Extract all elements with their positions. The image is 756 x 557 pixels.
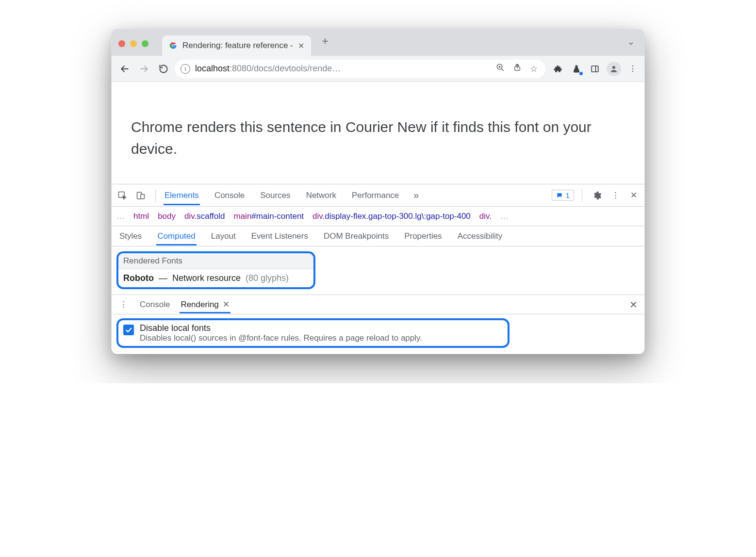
breadcrumb-item[interactable]: div.: [479, 212, 492, 221]
browser-window: Rendering: feature reference - ✕ ＋ ⌄ i l…: [111, 29, 645, 354]
zoom-icon[interactable]: [494, 63, 507, 74]
subtab-dom-breakpoints[interactable]: DOM Breakpoints: [323, 227, 390, 246]
settings-gear-icon[interactable]: [590, 189, 604, 202]
svg-point-3: [172, 45, 174, 46]
subtab-layout[interactable]: Layout: [210, 227, 237, 246]
extensions-icon[interactable]: [551, 62, 565, 76]
drawer-body: Disable local fonts Disables local() sou…: [112, 314, 644, 354]
tabs-dropdown-icon[interactable]: ⌄: [625, 34, 638, 49]
breadcrumb-overflow-right[interactable]: …: [500, 212, 509, 221]
disable-local-fonts-checkbox[interactable]: [123, 325, 134, 335]
svg-rect-17: [141, 194, 145, 198]
drawer-tab-console[interactable]: Console: [139, 296, 171, 313]
svg-rect-12: [592, 66, 598, 72]
address-bar[interactable]: i localhost:8080/docs/devtools/rende… ☆: [175, 60, 545, 78]
more-tabs-icon[interactable]: »: [413, 190, 419, 201]
lab-flask-icon[interactable]: [570, 62, 583, 76]
breadcrumb-overflow-left[interactable]: …: [116, 212, 125, 221]
rendered-fonts-block: Rendered Fonts Roboto — Network resource…: [116, 251, 315, 289]
page-sentence: Chrome renders this sentence in Courier …: [131, 119, 592, 157]
drawer-tabs: ⋮ Console Rendering ✕ ✕: [112, 295, 644, 314]
divider: [582, 189, 582, 202]
rendered-fonts-heading: Rendered Fonts: [118, 253, 313, 269]
subtab-properties[interactable]: Properties: [403, 227, 443, 246]
rendered-fonts-row: Roboto — Network resource (80 glyphs): [118, 269, 313, 287]
drawer-close-icon[interactable]: ✕: [627, 297, 640, 312]
tab-sources[interactable]: Sources: [259, 186, 291, 205]
option-title: Disable local fonts: [140, 323, 422, 333]
device-toggle-icon[interactable]: [134, 189, 148, 202]
title-bar: Rendering: feature reference - ✕ ＋ ⌄: [112, 30, 644, 56]
reload-button[interactable]: [155, 61, 172, 77]
maximize-window-button[interactable]: [142, 40, 148, 47]
url-path: :8080/docs/devtools/rende…: [230, 64, 341, 73]
toolbar-right: ⋮: [548, 62, 640, 76]
svg-point-14: [612, 66, 615, 69]
breadcrumb-item[interactable]: body: [158, 212, 176, 221]
subtab-event-listeners[interactable]: Event Listeners: [250, 227, 309, 246]
close-tab-icon[interactable]: ✕: [298, 41, 304, 50]
subtab-computed[interactable]: Computed: [156, 227, 196, 246]
tab-network[interactable]: Network: [305, 186, 337, 205]
breadcrumb-item[interactable]: html: [133, 212, 149, 221]
devtools-kebab-icon[interactable]: ⋮: [608, 189, 622, 202]
subtab-accessibility[interactable]: Accessibility: [457, 227, 504, 246]
window-controls: [118, 40, 148, 47]
site-info-icon[interactable]: i: [181, 64, 190, 74]
dom-breadcrumbs: … html body div.scaffold main#main-conte…: [112, 207, 644, 226]
font-source: Network resource: [172, 273, 241, 283]
browser-tab[interactable]: Rendering: feature reference - ✕: [162, 35, 311, 56]
drawer-kebab-icon[interactable]: ⋮: [116, 298, 130, 311]
page-content: Chrome renders this sentence in Courier …: [112, 82, 644, 184]
minimize-window-button[interactable]: [130, 40, 137, 47]
breadcrumb-item[interactable]: main#main-content: [234, 212, 304, 221]
elements-subtabs: Styles Computed Layout Event Listeners D…: [112, 226, 644, 246]
close-window-button[interactable]: [118, 40, 125, 47]
devtools-drawer: ⋮ Console Rendering ✕ ✕ Disable local fo…: [112, 295, 644, 354]
disable-local-fonts-option: Disable local fonts Disables local() sou…: [116, 318, 509, 348]
svg-line-7: [501, 68, 504, 71]
chrome-favicon-icon: [169, 41, 178, 50]
inspect-element-icon[interactable]: [115, 189, 129, 202]
breadcrumb-item[interactable]: div.scaffold: [184, 212, 225, 221]
tab-title: Rendering: feature reference -: [182, 41, 293, 50]
subtab-styles[interactable]: Styles: [118, 227, 143, 246]
dash: —: [159, 273, 167, 283]
bookmark-star-icon[interactable]: ☆: [528, 64, 540, 74]
url-host: localhost: [195, 64, 230, 73]
share-icon[interactable]: [511, 64, 523, 74]
kebab-menu-icon[interactable]: ⋮: [626, 62, 640, 76]
breadcrumb-item[interactable]: div.display-flex.gap-top-300.lg\:gap-top…: [312, 212, 471, 221]
option-description: Disables local() sources in @font-face r…: [140, 333, 422, 343]
tab-console[interactable]: Console: [214, 186, 246, 205]
devtools-panel: Elements Console Sources Network Perform…: [112, 184, 644, 354]
new-tab-button[interactable]: ＋: [315, 31, 335, 51]
toolbar: i localhost:8080/docs/devtools/rende… ☆: [112, 56, 644, 82]
divider: [155, 189, 156, 202]
panel-icon[interactable]: [588, 62, 602, 76]
font-glyphs: (80 glyphs): [246, 273, 289, 283]
devtools-main-tabs: Elements Console Sources Network Perform…: [164, 186, 547, 205]
drawer-tab-rendering[interactable]: Rendering ✕: [180, 295, 230, 313]
close-drawer-tab-icon[interactable]: ✕: [223, 299, 230, 310]
issues-count: 1: [566, 191, 570, 199]
tab-elements[interactable]: Elements: [164, 186, 200, 205]
font-name: Roboto: [123, 273, 154, 283]
devtools-toolbar: Elements Console Sources Network Perform…: [112, 184, 644, 207]
forward-button[interactable]: [136, 61, 152, 77]
back-button[interactable]: [116, 61, 133, 77]
option-text: Disable local fonts Disables local() sou…: [140, 323, 422, 343]
url-text: localhost:8080/docs/devtools/rende…: [195, 64, 489, 74]
devtools-close-icon[interactable]: ✕: [627, 189, 641, 202]
issues-counter[interactable]: 1: [552, 190, 574, 201]
tab-performance[interactable]: Performance: [351, 186, 400, 205]
profile-avatar-icon[interactable]: [607, 62, 621, 76]
